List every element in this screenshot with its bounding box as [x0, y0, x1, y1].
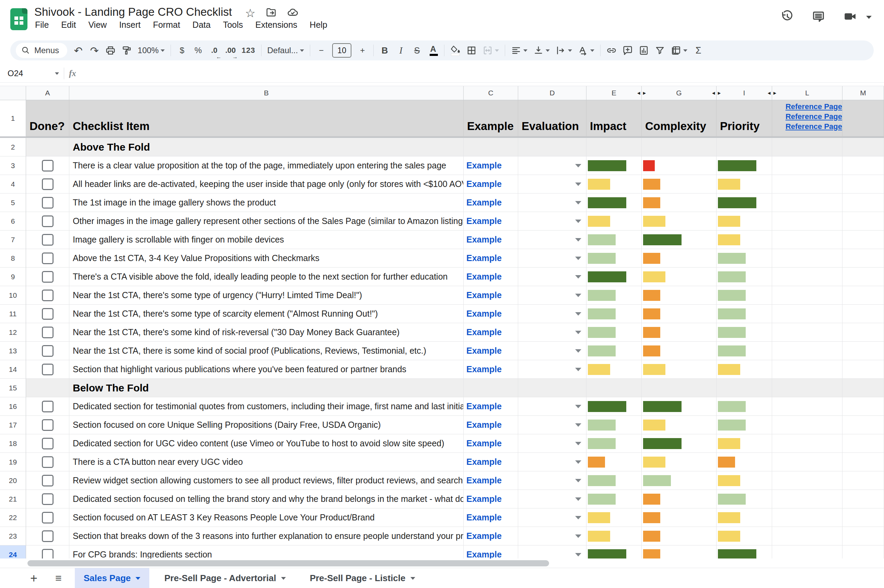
- impact-bar-cell[interactable]: [587, 434, 642, 453]
- cell-m[interactable]: [842, 471, 884, 490]
- example-link[interactable]: Example: [464, 268, 518, 286]
- bold-button[interactable]: B: [380, 44, 390, 57]
- complexity-bar-cell[interactable]: [642, 156, 716, 175]
- section-cell-a[interactable]: [26, 379, 69, 397]
- evaluation-cell[interactable]: [518, 249, 587, 268]
- impact-bar-cell[interactable]: [587, 194, 642, 212]
- section-cell-l[interactable]: [772, 379, 842, 397]
- example-link[interactable]: Example: [464, 342, 518, 360]
- checklist-item-text[interactable]: Dedicated section focused on telling the…: [69, 490, 464, 508]
- row-header-5[interactable]: 5: [0, 194, 26, 212]
- priority-bar-cell[interactable]: [716, 471, 772, 490]
- priority-bar-cell[interactable]: [716, 175, 772, 194]
- row-header-18[interactable]: 18: [0, 434, 26, 453]
- example-link[interactable]: Example: [464, 434, 518, 453]
- priority-bar-cell[interactable]: [716, 194, 772, 212]
- name-box[interactable]: O24: [0, 69, 59, 78]
- example-link[interactable]: Example: [464, 546, 518, 558]
- complexity-bar-cell[interactable]: [642, 304, 716, 323]
- example-link[interactable]: Example: [464, 397, 518, 416]
- cell-m[interactable]: [842, 212, 884, 231]
- borders-button[interactable]: [466, 44, 477, 57]
- tab-sales-page[interactable]: Sales Page: [75, 568, 149, 588]
- row-header-24[interactable]: 24: [0, 546, 26, 558]
- fill-color-button[interactable]: [450, 44, 461, 57]
- evaluation-dropdown-icon[interactable]: [575, 534, 581, 538]
- move-folder-icon[interactable]: [266, 7, 276, 19]
- evaluation-dropdown-icon[interactable]: [575, 219, 581, 223]
- evaluation-dropdown-icon[interactable]: [575, 183, 581, 186]
- row-header-12[interactable]: 12: [0, 323, 26, 342]
- menu-edit[interactable]: Edit: [61, 20, 76, 30]
- impact-bar-cell[interactable]: [587, 527, 642, 546]
- checklist-item-text[interactable]: All header links are de-activated, keepi…: [69, 175, 464, 194]
- evaluation-cell[interactable]: [518, 471, 587, 490]
- complexity-bar-cell[interactable]: [642, 231, 716, 249]
- impact-bar-cell[interactable]: [587, 453, 642, 471]
- priority-bar-cell[interactable]: [716, 527, 772, 546]
- checklist-item-text[interactable]: Section focused on AT LEAST 3 Key Reason…: [69, 508, 464, 527]
- cell-l[interactable]: [772, 397, 842, 416]
- impact-bar-cell[interactable]: [587, 249, 642, 268]
- complexity-bar-cell[interactable]: [642, 490, 716, 508]
- horizontal-align-button[interactable]: [511, 44, 527, 57]
- done-checkbox[interactable]: [42, 252, 54, 264]
- checklist-item-text[interactable]: Near the 1st CTA, there is some kind of …: [69, 342, 464, 360]
- section-cell-d[interactable]: [518, 379, 587, 397]
- complexity-bar-cell[interactable]: [642, 342, 716, 360]
- priority-bar-cell[interactable]: [716, 453, 772, 471]
- cell-m[interactable]: [842, 490, 884, 508]
- cell-l[interactable]: [772, 268, 842, 286]
- evaluation-cell[interactable]: [518, 304, 587, 323]
- example-link[interactable]: Example: [464, 156, 518, 175]
- checklist-item-text[interactable]: Other images in the image gallery repres…: [69, 212, 464, 231]
- section-cell-g[interactable]: [642, 379, 716, 397]
- complexity-bar-cell[interactable]: [642, 212, 716, 231]
- example-link[interactable]: Example: [464, 286, 518, 304]
- cell-l[interactable]: [772, 416, 842, 434]
- row-header-16[interactable]: 16: [0, 397, 26, 416]
- cell-l[interactable]: [772, 527, 842, 546]
- priority-bar-cell[interactable]: [716, 434, 772, 453]
- section-cell-d[interactable]: [518, 138, 587, 156]
- reference-page-link[interactable]: Reference Page: [785, 122, 842, 131]
- row-header-19[interactable]: 19: [0, 453, 26, 471]
- row-header-15[interactable]: 15: [0, 379, 26, 397]
- done-checkbox[interactable]: [42, 308, 54, 320]
- cell-m[interactable]: [842, 508, 884, 527]
- row-header-21[interactable]: 21: [0, 490, 26, 508]
- insert-chart-button[interactable]: [639, 44, 649, 57]
- cell-l[interactable]: [772, 434, 842, 453]
- row-header-23[interactable]: 23: [0, 527, 26, 546]
- checklist-item-text[interactable]: There is a CTA button near every UGC vid…: [69, 453, 464, 471]
- impact-bar-cell[interactable]: [587, 286, 642, 304]
- column-header-M[interactable]: M: [842, 86, 884, 100]
- evaluation-dropdown-icon[interactable]: [575, 331, 581, 334]
- checklist-item-text[interactable]: There is a clear value proposition at th…: [69, 156, 464, 175]
- increase-font-size-button[interactable]: +: [357, 44, 368, 57]
- checklist-item-text[interactable]: The 1st image in the image gallery shows…: [69, 194, 464, 212]
- header-cell-b[interactable]: Checklist Item: [69, 100, 464, 136]
- section-cell-i[interactable]: [716, 138, 772, 156]
- priority-bar-cell[interactable]: [716, 156, 772, 175]
- cell-l[interactable]: [772, 212, 842, 231]
- section-cell-c[interactable]: [464, 379, 518, 397]
- row-header-20[interactable]: 20: [0, 471, 26, 490]
- evaluation-cell[interactable]: [518, 268, 587, 286]
- evaluation-dropdown-icon[interactable]: [575, 256, 581, 260]
- header-cell-a[interactable]: Done?: [26, 100, 69, 136]
- evaluation-cell[interactable]: [518, 490, 587, 508]
- evaluation-dropdown-icon[interactable]: [575, 349, 581, 352]
- checklist-item-text[interactable]: Near the 1st CTA, there's some type of u…: [69, 286, 464, 304]
- checklist-item-text[interactable]: Above the 1st CTA, 3-4 Key Value Proposi…: [69, 249, 464, 268]
- evaluation-dropdown-icon[interactable]: [575, 294, 581, 297]
- priority-bar-cell[interactable]: [716, 212, 772, 231]
- priority-bar-cell[interactable]: [716, 360, 772, 379]
- merge-cells-button[interactable]: [482, 44, 499, 57]
- cloud-status-icon[interactable]: [287, 6, 299, 20]
- tab-pre-sell-advertorial[interactable]: Pre-Sell Page - Advertorial: [155, 568, 295, 588]
- text-wrap-button[interactable]: [555, 44, 572, 57]
- complexity-bar-cell[interactable]: [642, 546, 716, 558]
- cell-m[interactable]: [842, 304, 884, 323]
- evaluation-dropdown-icon[interactable]: [575, 553, 581, 556]
